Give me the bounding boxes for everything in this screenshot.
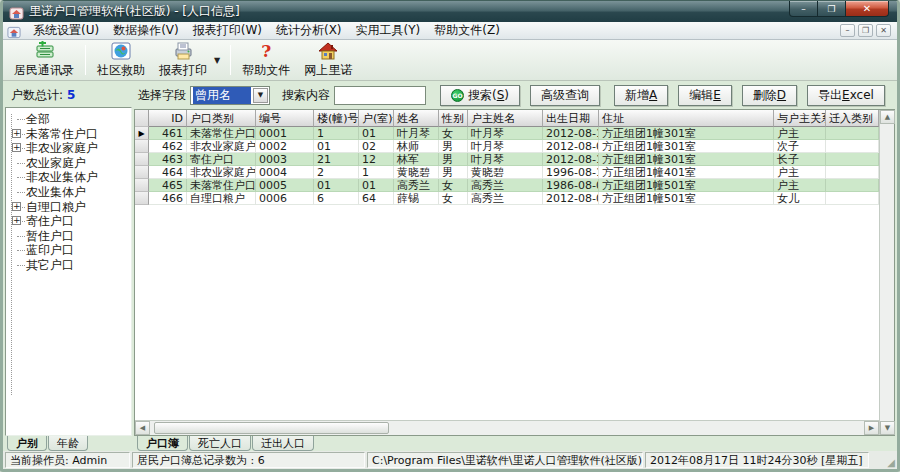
toolbar-button-label: 网上里诺 [304,62,352,79]
toolbar-button-0[interactable]: 居民通讯录 [7,41,81,79]
delete-button[interactable]: 删除D [742,85,797,106]
column-header-6[interactable]: 性别 [439,110,468,127]
maximize-button[interactable]: ❐ [818,1,845,17]
tree-item-7[interactable]: 寄住户口 [26,214,129,229]
menu-item-0[interactable]: 系统设置(U) [26,21,106,40]
cell: 1 [314,127,359,140]
mdi-restore-button[interactable]: ❐ [858,24,873,37]
cell: 1 [359,166,394,179]
chevron-down-icon[interactable]: ▼ [253,88,268,103]
column-header-0[interactable]: ID [149,110,187,127]
menu-item-3[interactable]: 统计分析(X) [269,21,349,40]
address-book-icon [31,41,57,61]
column-header-3[interactable]: 楼(幢)号 [314,110,359,127]
toolbar-button-4[interactable]: 网上里诺 [297,41,359,79]
column-header-1[interactable]: 户口类别 [187,110,256,127]
toolbar-button-1[interactable]: 社区救助 [90,41,152,79]
cell: 0004 [256,166,314,179]
menu-item-1[interactable]: 数据操作(V) [106,21,186,40]
tree-item-label: 农业家庭户 [26,156,86,170]
cell [826,192,879,205]
export-excel-button[interactable]: 导出Excel [807,85,885,106]
column-header-5[interactable]: 姓名 [394,110,439,127]
minimize-button[interactable]: – [789,1,818,17]
menubar: 系统设置(U)数据操作(V)报表打印(W)统计分析(X)实用工具(Y)帮助文件(… [3,22,897,40]
horizontal-scrollbar[interactable]: ◀ ▶ [135,420,879,435]
field-select[interactable]: 曾用名 ▼ [190,86,270,105]
tree-item-label: 寄住户口 [26,214,74,228]
record-tab-0[interactable]: 户口簿 [137,435,188,451]
tree-item-label: 非农业集体户 [26,170,98,184]
tree-item-1[interactable]: 未落常住户口 [26,127,129,142]
tree-item-6[interactable]: 自理口粮户 [26,200,129,215]
cell: 2012-08-19 [543,153,599,166]
search-input[interactable] [334,86,426,105]
table-row[interactable]: 466自理口粮户0006664薛锡女高秀兰2012-08-02方正组团1幢501… [135,192,879,205]
main-panel: 选择字段 曾用名 ▼ 搜索内容 GO 搜索(S) 高级查询 新增A编辑E删除D导… [134,83,895,451]
column-header-10[interactable]: 与户主关系 [774,110,826,127]
table-row[interactable]: 462非农业家庭户00020102林师男叶月琴2012-08-03方正组团1幢3… [135,140,879,153]
tree-item-5[interactable]: 农业集体户 [26,185,129,200]
tree-item-10[interactable]: 其它户口 [26,258,129,273]
report-print-icon [172,41,194,61]
mdi-close-button[interactable]: ✕ [876,24,891,37]
scroll-down-icon[interactable]: ▼ [880,421,895,435]
tree-expander-icon[interactable] [12,216,21,225]
mdi-minimize-button[interactable]: – [840,24,855,37]
scroll-left-icon[interactable]: ◀ [135,421,150,435]
tree-expander-icon[interactable] [12,143,21,152]
record-tab-2[interactable]: 迁出人口 [252,436,314,451]
column-header-4[interactable]: 户(室)号 [359,110,394,127]
search-button[interactable]: GO 搜索(S) [440,85,520,106]
cell: 叶月琴 [468,153,543,166]
record-tabs: 户口簿死亡人口迁出人口 [134,436,895,451]
horizontal-scroll-thumb[interactable] [154,422,389,434]
tree-item-0[interactable]: 全部 [26,112,129,127]
column-header-9[interactable]: 住址 [599,110,774,127]
advanced-query-button[interactable]: 高级查询 [530,85,600,106]
table-row[interactable]: 465未落常住户口00050101高秀兰女高秀兰1986-08-01方正组团1幢… [135,179,879,192]
tree-item-2[interactable]: 非农业家庭户 [26,141,129,156]
column-header-8[interactable]: 出生日期 [543,110,599,127]
menu-item-5[interactable]: 帮助文件(Z) [427,21,507,40]
table-row[interactable]: ▶461未落常住户口0001101叶月琴女叶月琴2012-08-16方正组团1幢… [135,127,879,140]
scroll-right-icon[interactable]: ▶ [864,421,879,435]
cell: 高秀兰 [468,179,543,192]
tree-expander-icon[interactable] [12,202,21,211]
table-row[interactable]: 464非农业家庭户000421黄晓碧男黄晓碧1996-08-16方正组团1幢40… [135,166,879,179]
cell: 01 [359,127,394,140]
tree-item-9[interactable]: 蓝印户口 [26,243,129,258]
edit-button[interactable]: 编辑E [678,85,732,106]
add-button[interactable]: 新增A [614,85,668,106]
cell: 2012-08-16 [543,127,599,140]
tree-item-4[interactable]: 非农业集体户 [26,170,129,185]
row-selector [135,140,149,153]
cell [826,179,879,192]
tree-expander-icon[interactable] [12,129,21,138]
vertical-scrollbar[interactable]: ▲ ▼ [879,110,894,435]
community-aid-icon [110,41,132,61]
toolbar-dropdown-arrow-icon[interactable]: ▼ [214,41,226,79]
sidebar-tab-0[interactable]: 户别 [7,435,47,451]
cell: 12 [359,153,394,166]
record-tab-1[interactable]: 死亡人口 [189,436,251,451]
cell: 女 [439,192,468,205]
toolbar-button-3[interactable]: ?帮助文件 [235,41,297,79]
column-header-7[interactable]: 户主姓名 [468,110,543,127]
scroll-up-icon[interactable]: ▲ [880,110,895,124]
resize-grip[interactable]: ◢ [879,452,895,468]
tree-item-8[interactable]: 暂住户口 [26,229,129,244]
cell: 21 [314,153,359,166]
tree-item-label: 暂住户口 [26,229,74,243]
toolbar-button-2[interactable]: 报表打印 [152,41,214,79]
household-total-value: 5 [67,88,75,102]
close-button[interactable]: ✕ [845,1,889,17]
column-header-2[interactable]: 编号 [256,110,314,127]
menu-item-4[interactable]: 实用工具(Y) [349,21,428,40]
tree-item-3[interactable]: 农业家庭户 [26,156,129,171]
column-header-11[interactable]: 迁入类别 [826,110,879,127]
content-area: 户数总计: 5 全部未落常住户口非农业家庭户农业家庭户非农业集体户农业集体户自理… [3,81,897,451]
sidebar-tab-1[interactable]: 年龄 [48,436,88,451]
table-row[interactable]: 463寄住户口00032112林军男叶月琴2012-08-19方正组团1幢301… [135,153,879,166]
menu-item-2[interactable]: 报表打印(W) [186,21,269,40]
